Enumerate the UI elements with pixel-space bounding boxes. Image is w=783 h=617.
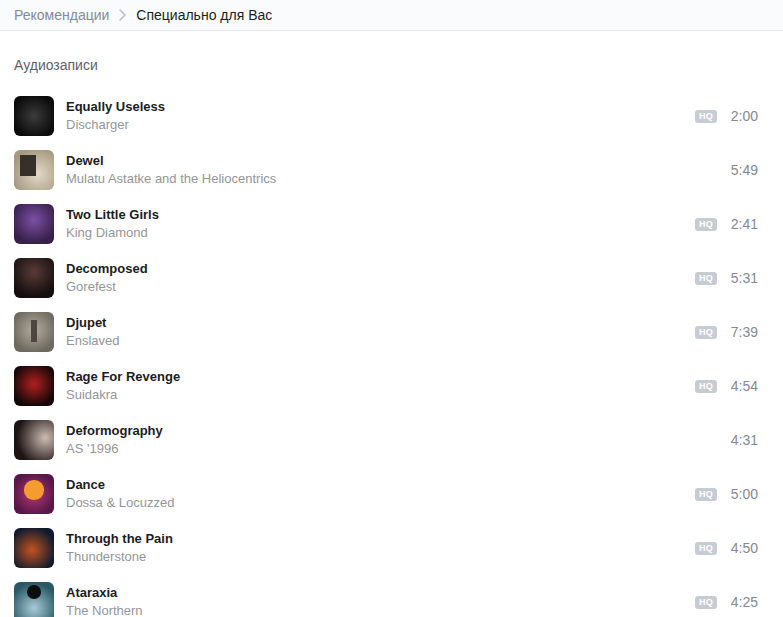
track-artist: Suidakra (66, 386, 180, 403)
track-artist: King Diamond (66, 224, 159, 241)
track-artist: The Northern (66, 602, 143, 617)
breadcrumb: Рекомендации Специально для Вас (0, 0, 783, 31)
track-row[interactable]: Two Little Girls King Diamond HQ 2:41 (0, 204, 783, 258)
track-title: Dewel (66, 152, 276, 169)
track-text: Decomposed Gorefest (66, 258, 148, 295)
album-art[interactable] (14, 366, 54, 406)
track-meta: HQ 4:25 (695, 582, 783, 617)
hq-badge: HQ (695, 596, 717, 609)
album-art-detail (24, 480, 43, 499)
track-row[interactable]: Dance Dossa & Locuzzed HQ 5:00 (0, 474, 783, 528)
track-artist: Dossa & Locuzzed (66, 494, 174, 511)
track-meta: HQ 2:41 (695, 204, 783, 244)
track-title: Djupet (66, 314, 119, 331)
track-artist: Thunderstone (66, 548, 173, 565)
album-art[interactable] (14, 582, 54, 617)
track-artist: Enslaved (66, 332, 119, 349)
track-artist: Discharger (66, 116, 165, 133)
track-row[interactable]: Rage For Revenge Suidakra HQ 4:54 (0, 366, 783, 420)
hq-badge: HQ (695, 110, 717, 123)
track-meta: HQ 5:49 (726, 150, 783, 190)
hq-badge: HQ (695, 272, 717, 285)
hq-badge: HQ (695, 218, 717, 231)
album-art-detail (20, 155, 36, 176)
album-art[interactable] (14, 420, 54, 460)
track-meta: HQ 4:31 (726, 420, 783, 460)
track-duration: 4:31 (726, 432, 758, 448)
track-duration: 2:00 (726, 108, 758, 124)
breadcrumb-current: Специально для Вас (136, 7, 272, 23)
track-duration: 4:50 (726, 540, 758, 556)
track-duration: 2:41 (726, 216, 758, 232)
recommendations-page: Рекомендации Специально для Вас Аудиозап… (0, 0, 783, 617)
track-row[interactable]: Djupet Enslaved HQ 7:39 (0, 312, 783, 366)
hq-badge: HQ (695, 380, 717, 393)
track-title: Rage For Revenge (66, 368, 180, 385)
track-row[interactable]: Ataraxia The Northern HQ 4:25 (0, 582, 783, 617)
track-text: Equally Useless Discharger (66, 96, 165, 133)
album-art[interactable] (14, 312, 54, 352)
track-row[interactable]: Deformography AS '1996 HQ 4:31 (0, 420, 783, 474)
track-artist: Gorefest (66, 278, 148, 295)
track-row[interactable]: Dewel Mulatu Astatke and the Heliocentri… (0, 150, 783, 204)
track-meta: HQ 5:31 (695, 258, 783, 298)
track-artist: Mulatu Astatke and the Heliocentrics (66, 170, 276, 187)
track-text: Rage For Revenge Suidakra (66, 366, 180, 403)
track-meta: HQ 2:00 (695, 96, 783, 136)
track-meta: HQ 5:00 (695, 474, 783, 514)
track-artist: AS '1996 (66, 440, 163, 457)
hq-badge: HQ (695, 488, 717, 501)
track-text: Djupet Enslaved (66, 312, 119, 349)
track-text: Deformography AS '1996 (66, 420, 163, 457)
track-meta: HQ 4:54 (695, 366, 783, 406)
track-duration: 4:25 (726, 594, 758, 610)
section-title-audios: Аудиозаписи (14, 57, 783, 73)
track-meta: HQ 7:39 (695, 312, 783, 352)
album-art[interactable] (14, 150, 54, 190)
track-title: Two Little Girls (66, 206, 159, 223)
hq-badge: HQ (695, 326, 717, 339)
album-art[interactable] (14, 204, 54, 244)
track-row[interactable]: Through the Pain Thunderstone HQ 4:50 (0, 528, 783, 582)
track-title: Deformography (66, 422, 163, 439)
track-text: Through the Pain Thunderstone (66, 528, 173, 565)
hq-badge: HQ (695, 542, 717, 555)
track-duration: 5:31 (726, 270, 758, 286)
track-duration: 7:39 (726, 324, 758, 340)
track-text: Two Little Girls King Diamond (66, 204, 159, 241)
album-art[interactable] (14, 528, 54, 568)
track-text: Dance Dossa & Locuzzed (66, 474, 174, 511)
track-text: Ataraxia The Northern (66, 582, 143, 617)
track-title: Equally Useless (66, 98, 165, 115)
track-list: Equally Useless Discharger HQ 2:00 Dewel… (0, 96, 783, 617)
breadcrumb-chevron-icon (118, 8, 127, 22)
track-duration: 5:49 (726, 162, 758, 178)
album-art[interactable] (14, 96, 54, 136)
track-duration: 5:00 (726, 486, 758, 502)
track-meta: HQ 4:50 (695, 528, 783, 568)
track-row[interactable]: Decomposed Gorefest HQ 5:31 (0, 258, 783, 312)
track-title: Decomposed (66, 260, 148, 277)
album-art-detail (27, 585, 41, 599)
track-title: Through the Pain (66, 530, 173, 547)
track-duration: 4:54 (726, 378, 758, 394)
album-art[interactable] (14, 258, 54, 298)
album-art-detail (31, 320, 37, 342)
track-title: Dance (66, 476, 174, 493)
album-art[interactable] (14, 474, 54, 514)
track-title: Ataraxia (66, 584, 143, 601)
track-text: Dewel Mulatu Astatke and the Heliocentri… (66, 150, 276, 187)
track-row[interactable]: Equally Useless Discharger HQ 2:00 (0, 96, 783, 150)
breadcrumb-link-recommendations[interactable]: Рекомендации (14, 7, 109, 23)
